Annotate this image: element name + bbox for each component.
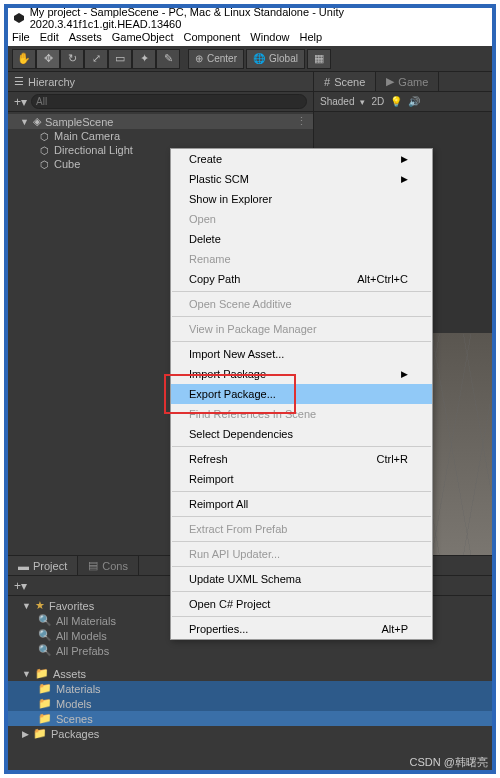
menu-item-import-package[interactable]: Import Package▶ (171, 364, 432, 384)
submenu-arrow-icon: ▶ (401, 154, 408, 164)
menu-item-find-references-in-scene: Find References In Scene (171, 404, 432, 424)
menu-item-view-in-package-manager: View in Package Manager (171, 319, 432, 339)
menu-file[interactable]: File (12, 31, 30, 43)
folder-icon: 📁 (38, 682, 52, 695)
menu-item-refresh[interactable]: RefreshCtrl+R (171, 449, 432, 469)
menu-gameobject[interactable]: GameObject (112, 31, 174, 43)
menu-item-copy-path[interactable]: Copy PathAlt+Ctrl+C (171, 269, 432, 289)
menu-item-select-dependencies[interactable]: Select Dependencies (171, 424, 432, 444)
star-icon: ★ (35, 599, 45, 612)
menu-item-label: Export Package... (189, 388, 276, 400)
menu-item-plastic-scm[interactable]: Plastic SCM▶ (171, 169, 432, 189)
menu-item-label: Delete (189, 233, 221, 245)
folder-icon: 📁 (38, 712, 52, 725)
menu-item-update-uxml-schema[interactable]: Update UXML Schema (171, 569, 432, 589)
svg-marker-0 (14, 13, 24, 23)
menu-item-label: Find References In Scene (189, 408, 316, 420)
tab-project[interactable]: ▬ Project (8, 556, 78, 575)
hierarchy-search-input[interactable] (31, 94, 307, 109)
rotate-tool-icon[interactable]: ↻ (60, 49, 84, 69)
menu-item-label: Show in Explorer (189, 193, 272, 205)
hierarchy-tab[interactable]: ☰ Hierarchy (8, 72, 313, 92)
tab-scene[interactable]: # Scene (314, 72, 376, 91)
lighting-icon[interactable]: 💡 (390, 96, 402, 107)
menu-item-export-package-[interactable]: Export Package... (171, 384, 432, 404)
tab-console[interactable]: ▤ Cons (78, 556, 139, 575)
menu-assets[interactable]: Assets (69, 31, 102, 43)
custom-tool-icon[interactable]: ✎ (156, 49, 180, 69)
move-tool-icon[interactable]: ✥ (36, 49, 60, 69)
gameobject-icon: ⬡ (38, 130, 50, 142)
favorite-item[interactable]: 🔍 All Prefabs (8, 643, 492, 658)
rect-tool-icon[interactable]: ▭ (108, 49, 132, 69)
menu-item-create[interactable]: Create▶ (171, 149, 432, 169)
scale-tool-icon[interactable]: ⤢ (84, 49, 108, 69)
menu-item-label: Plastic SCM (189, 173, 249, 185)
menu-item-delete[interactable]: Delete (171, 229, 432, 249)
menu-item-label: Create (189, 153, 222, 165)
menu-item-reimport-all[interactable]: Reimport All (171, 494, 432, 514)
snap-tool-icon[interactable]: ▦ (307, 49, 331, 69)
menu-item-label: Open (189, 213, 216, 225)
asset-folder[interactable]: 📁 Models (8, 696, 492, 711)
menu-component[interactable]: Component (183, 31, 240, 43)
pivot-toggle[interactable]: ⊕ Center (188, 49, 244, 69)
watermark: CSDN @韩曙亮 (410, 755, 488, 770)
hierarchy-item[interactable]: ⬡ Main Camera (8, 129, 313, 143)
scene-tab-icon: # (324, 76, 330, 88)
menu-separator (172, 616, 431, 617)
menu-item-reimport[interactable]: Reimport (171, 469, 432, 489)
menu-item-label: Open C# Project (189, 598, 270, 610)
search-icon: 🔍 (38, 614, 52, 627)
packages-header[interactable]: ▶ 📁 Packages (8, 726, 492, 741)
menu-help[interactable]: Help (299, 31, 322, 43)
menu-item-extract-from-prefab: Extract From Prefab (171, 519, 432, 539)
menu-separator (172, 341, 431, 342)
chevron-down-icon: ▼ (20, 117, 29, 127)
menu-separator (172, 446, 431, 447)
menu-separator (172, 516, 431, 517)
unity-scene-icon: ◈ (33, 115, 41, 128)
menu-item-open-c-project[interactable]: Open C# Project (171, 594, 432, 614)
menu-item-label: Properties... (189, 623, 248, 635)
unity-logo-icon (12, 11, 26, 25)
submenu-arrow-icon: ▶ (401, 174, 408, 184)
hand-tool-icon[interactable]: ✋ (12, 49, 36, 69)
scene-row[interactable]: ▼ ◈ SampleScene ⋮ (8, 114, 313, 129)
menu-item-label: Reimport All (189, 498, 248, 510)
audio-icon[interactable]: 🔊 (408, 96, 420, 107)
shading-dropdown[interactable]: Shaded (320, 96, 354, 107)
menu-item-show-in-explorer[interactable]: Show in Explorer (171, 189, 432, 209)
menu-item-label: Update UXML Schema (189, 573, 301, 585)
2d-toggle[interactable]: 2D (371, 96, 384, 107)
space-toggle[interactable]: 🌐 Global (246, 49, 305, 69)
gameobject-icon: ⬡ (38, 158, 50, 170)
gameobject-icon: ⬡ (38, 144, 50, 156)
menu-item-properties-[interactable]: Properties...Alt+P (171, 619, 432, 639)
submenu-arrow-icon: ▶ (401, 369, 408, 379)
plus-icon[interactable]: +▾ (14, 579, 27, 593)
toolbar: ✋ ✥ ↻ ⤢ ▭ ✦ ✎ ⊕ Center 🌐 Global ▦ (8, 46, 492, 72)
project-icon: ▬ (18, 560, 29, 572)
menu-separator (172, 591, 431, 592)
scene-menu-icon[interactable]: ⋮ (296, 115, 307, 128)
search-icon: 🔍 (38, 629, 52, 642)
menu-item-import-new-asset-[interactable]: Import New Asset... (171, 344, 432, 364)
menu-edit[interactable]: Edit (40, 31, 59, 43)
menu-item-label: View in Package Manager (189, 323, 317, 335)
tab-game[interactable]: ▶ Game (376, 72, 439, 91)
menubar: File Edit Assets GameObject Component Wi… (8, 28, 492, 46)
menu-window[interactable]: Window (250, 31, 289, 43)
titlebar: My project - SampleScene - PC, Mac & Lin… (8, 8, 492, 28)
menu-item-label: Reimport (189, 473, 234, 485)
folder-icon: 📁 (33, 727, 47, 740)
menu-item-rename: Rename (171, 249, 432, 269)
asset-folder[interactable]: 📁 Scenes (8, 711, 492, 726)
assets-header[interactable]: ▼ 📁 Assets (8, 666, 492, 681)
asset-folder[interactable]: 📁 Materials (8, 681, 492, 696)
menu-item-label: Import Package (189, 368, 266, 380)
plus-icon[interactable]: +▾ (14, 95, 27, 109)
menu-item-label: Rename (189, 253, 231, 265)
menu-shortcut: Alt+P (381, 623, 408, 635)
transform-tool-icon[interactable]: ✦ (132, 49, 156, 69)
